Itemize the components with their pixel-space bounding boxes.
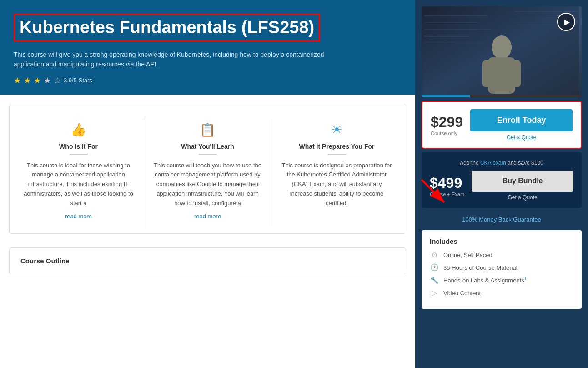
svg-rect-5 (424, 43, 483, 43)
card-what-prepares: ☀ What It Prepares You For This course i… (272, 118, 401, 229)
includes-hours-label: 35 Hours of Course Material (443, 264, 518, 271)
bundle-price-label: Course + Exam (430, 192, 464, 197)
includes-item-labs: 🔧 Hands-on Labs & Assignments1 (430, 276, 573, 284)
bundle-get-quote-link[interactable]: Get a Quote (508, 194, 537, 201)
enroll-today-button[interactable]: Enroll Today (470, 109, 573, 131)
main-content: Kubernetes Fundamentals (LFS258) This co… (0, 0, 415, 368)
labs-superscript: 1 (524, 276, 527, 281)
wrench-icon: 🔧 (430, 276, 439, 284)
card-who-title: Who Is It For (23, 143, 134, 150)
svg-rect-12 (512, 60, 521, 87)
bundle-button-col: Buy Bundle Get a Quote (472, 171, 573, 201)
rating-row: ★ ★ ★ ★ ☆ 3.9/5 Stars (14, 76, 402, 86)
includes-section: Includes ⊙ Online, Self Paced 🕐 35 Hours… (422, 230, 582, 309)
card-who-text: This course is ideal for those wishing t… (23, 161, 134, 208)
bundle-cka-link[interactable]: CKA exam (480, 160, 506, 166)
sun-icon: ☀ (281, 122, 392, 137)
info-cards-section: 👍 Who Is It For This course is ideal for… (9, 104, 406, 234)
card-divider-3 (328, 154, 346, 155)
hero-description: This course will give you a strong opera… (14, 50, 341, 69)
svg-rect-2 (424, 22, 479, 23)
star-3-icon: ★ (34, 76, 41, 86)
star-4-icon: ★ (44, 76, 51, 86)
includes-online-label: Online, Self Paced (443, 252, 493, 258)
star-2-icon: ★ (24, 76, 31, 86)
get-quote-link[interactable]: Get a Quote (507, 134, 536, 141)
hero-section: Kubernetes Fundamentals (LFS258) This co… (0, 0, 415, 95)
price-display: $299 Course only (431, 114, 463, 136)
clock-icon: 🕐 (430, 263, 439, 272)
card-learn-title: What You'll Learn (152, 143, 263, 150)
bundle-price-display: $499 Course + Exam (430, 175, 464, 197)
thumbs-up-icon: 👍 (23, 122, 134, 137)
enroll-box: $299 Course only Enroll Today Get a Quot… (422, 101, 582, 149)
page-title: Kubernetes Fundamentals (LFS258) (14, 14, 320, 42)
card-prepares-title: What It Prepares You For (281, 143, 392, 150)
star-5-icon: ☆ (54, 76, 61, 86)
includes-item-hours: 🕐 35 Hours of Course Material (430, 263, 573, 272)
bundle-note-suffix: and save $100 (506, 160, 543, 166)
card-who-read-more[interactable]: read more (65, 213, 92, 220)
money-back-guarantee: 100% Money Back Guarantee (422, 212, 582, 230)
includes-video-label: Video Content (443, 290, 481, 297)
card-divider-1 (70, 154, 88, 155)
card-who-is-it-for: 👍 Who Is It For This course is ideal for… (14, 118, 143, 229)
svg-rect-6 (515, 11, 579, 12)
video-thumbnail[interactable]: ▶ (422, 6, 582, 97)
video-progress-fill (422, 95, 470, 97)
sidebar: ▶ $299 Course only Enroll Today Get a Qu… (415, 0, 588, 368)
card-divider-2 (199, 154, 217, 155)
price-amount: $299 (431, 114, 463, 131)
includes-title: Includes (430, 237, 573, 245)
course-outline-section: Course Outline (9, 247, 406, 274)
star-1-icon: ★ (14, 76, 21, 86)
svg-rect-3 (424, 29, 493, 30)
card-prepares-text: This course is designed as preparation f… (281, 161, 392, 208)
svg-rect-11 (482, 60, 492, 87)
svg-point-9 (492, 35, 512, 59)
video-progress-bar (422, 95, 582, 97)
clipboard-icon: 📋 (152, 122, 263, 137)
cards-row: 👍 Who Is It For This course is ideal for… (14, 118, 401, 229)
bundle-price-amount: $499 (430, 175, 464, 192)
bundle-note-prefix: Add the (460, 160, 480, 166)
includes-labs-label: Hands-on Labs & Assignments1 (443, 276, 527, 284)
svg-rect-1 (424, 15, 488, 16)
play-icon: ▶ (564, 18, 570, 26)
bundle-box: Add the CKA exam and save $100 $499 Cour… (422, 152, 582, 208)
bundle-row: $499 Course + Exam Buy Bundle Get a Quot… (430, 171, 573, 201)
rating-label: 3.9/5 Stars (64, 77, 92, 84)
svg-rect-10 (488, 57, 515, 94)
card-learn-read-more[interactable]: read more (194, 213, 221, 220)
video-play-button[interactable]: ▶ (557, 13, 575, 31)
card-learn-text: This course will teach you how to use th… (152, 161, 263, 208)
price-label: Course only (431, 131, 463, 136)
bundle-top-text: Add the CKA exam and save $100 (430, 160, 573, 166)
video-icon: ▷ (430, 289, 439, 297)
includes-item-online: ⊙ Online, Self Paced (430, 251, 573, 259)
buy-bundle-button[interactable]: Buy Bundle (472, 171, 573, 192)
includes-item-video: ▷ Video Content (430, 289, 573, 297)
course-outline-title: Course Outline (20, 257, 395, 265)
online-icon: ⊙ (430, 251, 439, 259)
enroll-button-col: Enroll Today Get a Quote (470, 109, 573, 141)
card-what-youll-learn: 📋 What You'll Learn This course will tea… (143, 118, 272, 229)
svg-rect-4 (424, 36, 470, 37)
